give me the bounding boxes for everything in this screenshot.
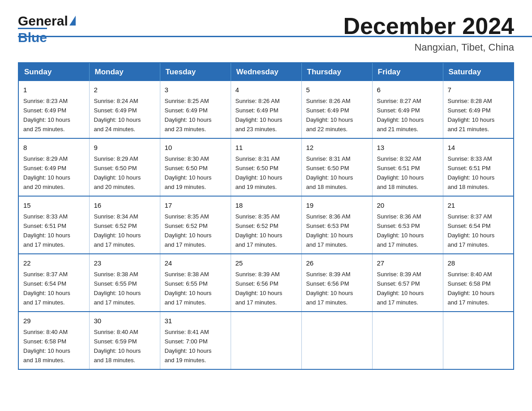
day-number: 15 bbox=[23, 200, 85, 210]
day-info: Sunrise: 8:37 AMSunset: 6:54 PMDaylight:… bbox=[448, 213, 495, 248]
weekday-header-thursday: Thursday bbox=[301, 63, 372, 81]
day-number: 25 bbox=[236, 258, 297, 268]
calendar-day-cell bbox=[372, 312, 443, 369]
calendar-day-cell: 4Sunrise: 8:26 AMSunset: 6:49 PMDaylight… bbox=[231, 81, 301, 138]
day-number: 4 bbox=[236, 85, 297, 95]
weekday-header-saturday: Saturday bbox=[443, 63, 514, 81]
day-number: 6 bbox=[377, 85, 438, 95]
day-info: Sunrise: 8:36 AMSunset: 6:53 PMDaylight:… bbox=[306, 213, 353, 248]
calendar-week-row: 29Sunrise: 8:40 AMSunset: 6:58 PMDayligh… bbox=[18, 312, 514, 369]
day-info: Sunrise: 8:34 AMSunset: 6:52 PMDaylight:… bbox=[94, 213, 141, 248]
calendar-day-cell: 31Sunrise: 8:41 AMSunset: 7:00 PMDayligh… bbox=[160, 312, 231, 369]
weekday-header-row: SundayMondayTuesdayWednesdayThursdayFrid… bbox=[18, 63, 514, 81]
calendar-day-cell: 26Sunrise: 8:39 AMSunset: 6:56 PMDayligh… bbox=[301, 254, 372, 312]
day-number: 24 bbox=[165, 258, 226, 268]
calendar-day-cell: 29Sunrise: 8:40 AMSunset: 6:58 PMDayligh… bbox=[18, 312, 89, 369]
day-info: Sunrise: 8:28 AMSunset: 6:49 PMDaylight:… bbox=[448, 98, 495, 133]
day-info: Sunrise: 8:39 AMSunset: 6:56 PMDaylight:… bbox=[236, 271, 283, 306]
calendar-day-cell: 30Sunrise: 8:40 AMSunset: 6:59 PMDayligh… bbox=[89, 312, 160, 369]
calendar-day-cell: 8Sunrise: 8:29 AMSunset: 6:49 PMDaylight… bbox=[18, 138, 89, 196]
day-number: 2 bbox=[94, 85, 155, 95]
day-number: 5 bbox=[306, 85, 368, 95]
calendar-day-cell: 20Sunrise: 8:36 AMSunset: 6:53 PMDayligh… bbox=[372, 196, 443, 254]
calendar-day-cell: 17Sunrise: 8:35 AMSunset: 6:52 PMDayligh… bbox=[160, 196, 231, 254]
day-info: Sunrise: 8:41 AMSunset: 7:00 PMDaylight:… bbox=[165, 329, 212, 364]
day-info: Sunrise: 8:29 AMSunset: 6:50 PMDaylight:… bbox=[94, 155, 141, 190]
day-number: 8 bbox=[23, 142, 85, 153]
day-number: 27 bbox=[377, 258, 438, 268]
calendar-day-cell: 2Sunrise: 8:24 AMSunset: 6:49 PMDaylight… bbox=[89, 81, 160, 138]
calendar-day-cell: 1Sunrise: 8:23 AMSunset: 6:49 PMDaylight… bbox=[18, 81, 89, 138]
calendar-table: SundayMondayTuesdayWednesdayThursdayFrid… bbox=[18, 62, 514, 370]
day-number: 18 bbox=[236, 200, 297, 210]
calendar-week-row: 22Sunrise: 8:37 AMSunset: 6:54 PMDayligh… bbox=[18, 254, 514, 312]
day-info: Sunrise: 8:24 AMSunset: 6:49 PMDaylight:… bbox=[94, 98, 141, 133]
calendar-day-cell: 3Sunrise: 8:25 AMSunset: 6:49 PMDaylight… bbox=[160, 81, 231, 138]
calendar-day-cell: 28Sunrise: 8:40 AMSunset: 6:58 PMDayligh… bbox=[443, 254, 514, 312]
calendar-day-cell: 21Sunrise: 8:37 AMSunset: 6:54 PMDayligh… bbox=[443, 196, 514, 254]
day-number: 19 bbox=[306, 200, 368, 210]
calendar-day-cell: 7Sunrise: 8:28 AMSunset: 6:49 PMDaylight… bbox=[443, 81, 514, 138]
day-number: 22 bbox=[23, 258, 85, 268]
day-info: Sunrise: 8:39 AMSunset: 6:56 PMDaylight:… bbox=[306, 271, 353, 306]
calendar-week-row: 1Sunrise: 8:23 AMSunset: 6:49 PMDaylight… bbox=[18, 81, 514, 138]
weekday-header-friday: Friday bbox=[372, 63, 443, 81]
calendar-day-cell: 10Sunrise: 8:30 AMSunset: 6:50 PMDayligh… bbox=[160, 138, 231, 196]
day-info: Sunrise: 8:32 AMSunset: 6:51 PMDaylight:… bbox=[377, 155, 424, 190]
calendar-day-cell: 14Sunrise: 8:33 AMSunset: 6:51 PMDayligh… bbox=[443, 138, 514, 196]
calendar-day-cell: 27Sunrise: 8:39 AMSunset: 6:57 PMDayligh… bbox=[372, 254, 443, 312]
logo-general-text: General bbox=[18, 13, 68, 29]
day-number: 26 bbox=[306, 258, 368, 268]
calendar-day-cell bbox=[231, 312, 301, 369]
day-number: 31 bbox=[165, 316, 226, 326]
calendar-day-cell: 23Sunrise: 8:38 AMSunset: 6:55 PMDayligh… bbox=[89, 254, 160, 312]
day-number: 23 bbox=[94, 258, 155, 268]
logo: General Blue bbox=[18, 13, 76, 45]
day-number: 16 bbox=[94, 200, 155, 210]
title-section: December 2024 Nangxian, Tibet, China bbox=[343, 13, 514, 53]
day-info: Sunrise: 8:38 AMSunset: 6:55 PMDaylight:… bbox=[94, 271, 141, 306]
calendar-day-cell: 18Sunrise: 8:35 AMSunset: 6:52 PMDayligh… bbox=[231, 196, 301, 254]
page-header: General Blue December 2024 Nangxian, Tib… bbox=[18, 13, 514, 53]
calendar-week-row: 15Sunrise: 8:33 AMSunset: 6:51 PMDayligh… bbox=[18, 196, 514, 254]
day-info: Sunrise: 8:40 AMSunset: 6:58 PMDaylight:… bbox=[23, 329, 70, 364]
calendar-week-row: 8Sunrise: 8:29 AMSunset: 6:49 PMDaylight… bbox=[18, 138, 514, 196]
day-number: 1 bbox=[23, 85, 85, 95]
calendar-day-cell: 16Sunrise: 8:34 AMSunset: 6:52 PMDayligh… bbox=[89, 196, 160, 254]
calendar-day-cell: 19Sunrise: 8:36 AMSunset: 6:53 PMDayligh… bbox=[301, 196, 372, 254]
day-number: 14 bbox=[448, 142, 509, 153]
day-info: Sunrise: 8:37 AMSunset: 6:54 PMDaylight:… bbox=[23, 271, 70, 306]
day-number: 20 bbox=[377, 200, 438, 210]
day-number: 12 bbox=[306, 142, 368, 153]
calendar-day-cell: 13Sunrise: 8:32 AMSunset: 6:51 PMDayligh… bbox=[372, 138, 443, 196]
weekday-header-tuesday: Tuesday bbox=[160, 63, 231, 81]
day-info: Sunrise: 8:31 AMSunset: 6:50 PMDaylight:… bbox=[306, 155, 353, 190]
day-info: Sunrise: 8:40 AMSunset: 6:58 PMDaylight:… bbox=[448, 271, 495, 306]
day-number: 30 bbox=[94, 316, 155, 326]
calendar-day-cell: 15Sunrise: 8:33 AMSunset: 6:51 PMDayligh… bbox=[18, 196, 89, 254]
day-info: Sunrise: 8:29 AMSunset: 6:49 PMDaylight:… bbox=[23, 155, 70, 190]
day-number: 3 bbox=[165, 85, 226, 95]
day-info: Sunrise: 8:40 AMSunset: 6:59 PMDaylight:… bbox=[94, 329, 141, 364]
day-info: Sunrise: 8:30 AMSunset: 6:50 PMDaylight:… bbox=[165, 155, 212, 190]
day-info: Sunrise: 8:35 AMSunset: 6:52 PMDaylight:… bbox=[165, 213, 212, 248]
day-info: Sunrise: 8:25 AMSunset: 6:49 PMDaylight:… bbox=[165, 98, 212, 133]
day-info: Sunrise: 8:36 AMSunset: 6:53 PMDaylight:… bbox=[377, 213, 424, 248]
day-number: 11 bbox=[236, 142, 297, 153]
day-number: 7 bbox=[448, 85, 509, 95]
day-info: Sunrise: 8:38 AMSunset: 6:55 PMDaylight:… bbox=[165, 271, 212, 306]
month-title: December 2024 bbox=[343, 13, 514, 39]
weekday-header-monday: Monday bbox=[89, 63, 160, 81]
calendar-day-cell: 11Sunrise: 8:31 AMSunset: 6:50 PMDayligh… bbox=[231, 138, 301, 196]
calendar-day-cell: 5Sunrise: 8:26 AMSunset: 6:49 PMDaylight… bbox=[301, 81, 372, 138]
calendar-day-cell: 24Sunrise: 8:38 AMSunset: 6:55 PMDayligh… bbox=[160, 254, 231, 312]
weekday-header-sunday: Sunday bbox=[18, 63, 89, 81]
day-number: 17 bbox=[165, 200, 226, 210]
weekday-header-wednesday: Wednesday bbox=[231, 63, 301, 81]
day-info: Sunrise: 8:27 AMSunset: 6:49 PMDaylight:… bbox=[377, 98, 424, 133]
day-number: 21 bbox=[448, 200, 509, 210]
calendar-day-cell: 9Sunrise: 8:29 AMSunset: 6:50 PMDaylight… bbox=[89, 138, 160, 196]
calendar-day-cell bbox=[301, 312, 372, 369]
location-title: Nangxian, Tibet, China bbox=[343, 42, 514, 53]
day-number: 9 bbox=[94, 142, 155, 153]
